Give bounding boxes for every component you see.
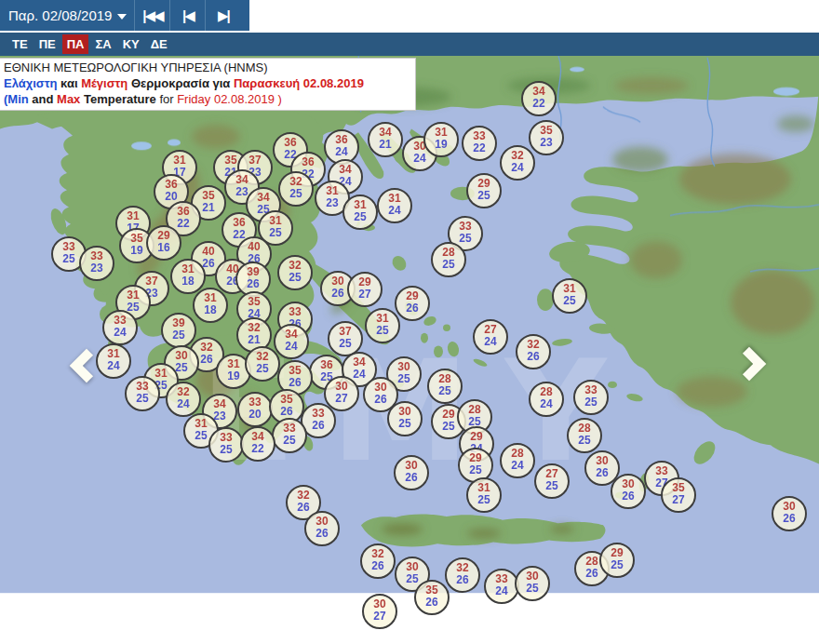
date-label: Παρ. 02/08/2019 — [8, 7, 112, 23]
legend-segment: Temperature — [80, 92, 159, 106]
legend-segment: for — [159, 92, 177, 106]
next-day-button[interactable]: ▶| — [205, 0, 240, 31]
legend-segment: και — [57, 76, 81, 90]
day-tab-ΔΕ[interactable]: ΔΕ — [146, 34, 172, 54]
agency-title: ΕΘΝΙΚΗ ΜΕΤΕΩΡΟΛΟΓΙΚΗ ΥΠΗΡΕΣΙΑ (HNMS) — [4, 60, 411, 75]
nav-buttons: |◀◀|◀▶| — [134, 0, 240, 31]
previous-day-button[interactable]: |◀ — [169, 0, 205, 31]
legend-line3: (Min and Max Temperature for Friday 02.0… — [4, 91, 411, 107]
legend-segment: Μέγιστη — [81, 76, 128, 90]
day-tabs: ΤΕΠΕΠΑΣΑΚΥΔΕ — [0, 33, 819, 56]
legend-segment: Θερμοκρασία για — [128, 76, 234, 90]
day-tab-ΤΕ[interactable]: ΤΕ — [7, 34, 33, 54]
legend-box: ΕΘΝΙΚΗ ΜΕΤΕΩΡΟΛΟΓΙΚΗ ΥΠΗΡΕΣΙΑ (HNMS) Ελά… — [0, 58, 416, 111]
titlebar: Παρ. 02/08/2019 |◀◀|◀▶| — [0, 0, 249, 31]
legend-segment: Ελάχιστη — [4, 76, 57, 90]
day-tab-ΣΑ[interactable]: ΣΑ — [90, 34, 115, 54]
legend-segment: Friday 02.08.2019 ) — [177, 92, 282, 106]
legend-segment: Max — [57, 92, 80, 106]
day-tab-ΠΕ[interactable]: ΠΕ — [34, 34, 60, 54]
first-day-button[interactable]: |◀◀ — [134, 0, 169, 31]
legend-line2: Ελάχιστη και Μέγιστη Θερμοκρασία για Παρ… — [4, 75, 411, 91]
day-tab-ΠΑ[interactable]: ΠΑ — [62, 34, 89, 54]
chevron-down-icon — [117, 14, 127, 20]
legend-segment: (Min — [4, 92, 29, 106]
greece-weather-map — [0, 56, 819, 644]
date-dropdown[interactable]: Παρ. 02/08/2019 — [0, 0, 134, 31]
legend-segment: and — [29, 92, 57, 106]
day-tab-ΚΥ[interactable]: ΚΥ — [118, 34, 144, 54]
legend-segment: Παρασκευή 02.08.2019 — [234, 76, 364, 90]
